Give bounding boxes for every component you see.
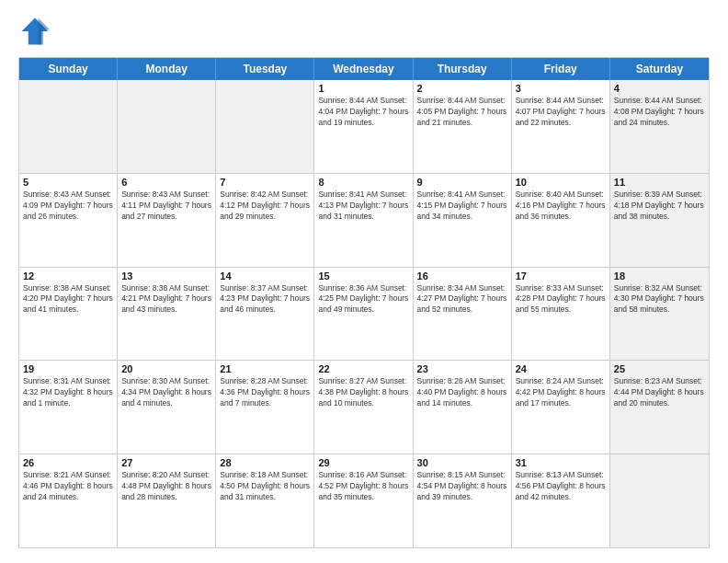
day-number: 17 bbox=[516, 270, 606, 282]
empty-cell bbox=[19, 80, 118, 173]
day-info: Sunrise: 8:37 AM Sunset: 4:23 PM Dayligh… bbox=[220, 283, 310, 316]
day-info: Sunrise: 8:31 AM Sunset: 4:32 PM Dayligh… bbox=[23, 376, 113, 409]
empty-cell bbox=[610, 454, 709, 547]
day-cell-7: 7Sunrise: 8:42 AM Sunset: 4:12 PM Daylig… bbox=[216, 174, 314, 267]
day-number: 13 bbox=[121, 270, 211, 282]
header-day-sunday: Sunday bbox=[19, 58, 118, 80]
calendar-week-5: 26Sunrise: 8:21 AM Sunset: 4:46 PM Dayli… bbox=[19, 454, 709, 547]
day-cell-15: 15Sunrise: 8:36 AM Sunset: 4:25 PM Dayli… bbox=[314, 268, 413, 361]
day-number: 8 bbox=[318, 177, 408, 188]
day-info: Sunrise: 8:27 AM Sunset: 4:38 PM Dayligh… bbox=[318, 376, 408, 409]
day-info: Sunrise: 8:36 AM Sunset: 4:25 PM Dayligh… bbox=[318, 283, 408, 316]
day-number: 10 bbox=[516, 177, 606, 188]
day-info: Sunrise: 8:26 AM Sunset: 4:40 PM Dayligh… bbox=[417, 376, 507, 409]
day-cell-14: 14Sunrise: 8:37 AM Sunset: 4:23 PM Dayli… bbox=[216, 268, 314, 361]
day-cell-22: 22Sunrise: 8:27 AM Sunset: 4:38 PM Dayli… bbox=[314, 361, 413, 454]
header bbox=[18, 15, 710, 48]
day-number: 27 bbox=[121, 457, 211, 468]
day-number: 5 bbox=[23, 177, 113, 188]
day-number: 9 bbox=[417, 177, 507, 188]
day-number: 29 bbox=[318, 457, 408, 468]
day-number: 15 bbox=[318, 270, 408, 282]
day-cell-29: 29Sunrise: 8:16 AM Sunset: 4:52 PM Dayli… bbox=[314, 454, 413, 547]
day-cell-13: 13Sunrise: 8:38 AM Sunset: 4:21 PM Dayli… bbox=[118, 268, 216, 361]
day-cell-25: 25Sunrise: 8:23 AM Sunset: 4:44 PM Dayli… bbox=[610, 361, 709, 454]
day-cell-31: 31Sunrise: 8:13 AM Sunset: 4:56 PM Dayli… bbox=[512, 454, 610, 547]
day-cell-18: 18Sunrise: 8:32 AM Sunset: 4:30 PM Dayli… bbox=[610, 268, 709, 361]
empty-cell bbox=[118, 80, 216, 173]
day-number: 30 bbox=[417, 457, 507, 468]
day-number: 12 bbox=[23, 270, 113, 282]
header-day-friday: Friday bbox=[512, 58, 610, 80]
day-cell-27: 27Sunrise: 8:20 AM Sunset: 4:48 PM Dayli… bbox=[118, 454, 216, 547]
day-number: 11 bbox=[614, 177, 705, 188]
day-info: Sunrise: 8:21 AM Sunset: 4:46 PM Dayligh… bbox=[23, 470, 113, 503]
day-info: Sunrise: 8:13 AM Sunset: 4:56 PM Dayligh… bbox=[516, 470, 606, 503]
day-cell-12: 12Sunrise: 8:38 AM Sunset: 4:20 PM Dayli… bbox=[19, 268, 118, 361]
day-info: Sunrise: 8:38 AM Sunset: 4:20 PM Dayligh… bbox=[23, 283, 113, 316]
day-number: 7 bbox=[220, 177, 310, 188]
day-info: Sunrise: 8:20 AM Sunset: 4:48 PM Dayligh… bbox=[121, 470, 211, 503]
day-cell-24: 24Sunrise: 8:24 AM Sunset: 4:42 PM Dayli… bbox=[512, 361, 610, 454]
day-info: Sunrise: 8:43 AM Sunset: 4:09 PM Dayligh… bbox=[23, 190, 113, 223]
day-info: Sunrise: 8:34 AM Sunset: 4:27 PM Dayligh… bbox=[417, 283, 507, 316]
day-info: Sunrise: 8:44 AM Sunset: 4:04 PM Dayligh… bbox=[318, 96, 408, 129]
day-cell-16: 16Sunrise: 8:34 AM Sunset: 4:27 PM Dayli… bbox=[414, 268, 512, 361]
calendar-week-4: 19Sunrise: 8:31 AM Sunset: 4:32 PM Dayli… bbox=[19, 360, 709, 454]
header-day-thursday: Thursday bbox=[414, 58, 512, 80]
day-info: Sunrise: 8:33 AM Sunset: 4:28 PM Dayligh… bbox=[516, 283, 606, 316]
day-number: 28 bbox=[220, 457, 310, 468]
header-day-monday: Monday bbox=[118, 58, 216, 80]
day-cell-8: 8Sunrise: 8:41 AM Sunset: 4:13 PM Daylig… bbox=[314, 174, 413, 267]
day-number: 4 bbox=[614, 83, 705, 94]
day-info: Sunrise: 8:16 AM Sunset: 4:52 PM Dayligh… bbox=[318, 470, 408, 503]
day-cell-19: 19Sunrise: 8:31 AM Sunset: 4:32 PM Dayli… bbox=[19, 361, 118, 454]
day-info: Sunrise: 8:42 AM Sunset: 4:12 PM Dayligh… bbox=[220, 190, 310, 223]
day-cell-9: 9Sunrise: 8:41 AM Sunset: 4:15 PM Daylig… bbox=[414, 174, 512, 267]
calendar-week-1: 1Sunrise: 8:44 AM Sunset: 4:04 PM Daylig… bbox=[19, 80, 709, 173]
day-cell-20: 20Sunrise: 8:30 AM Sunset: 4:34 PM Dayli… bbox=[118, 361, 216, 454]
calendar-week-3: 12Sunrise: 8:38 AM Sunset: 4:20 PM Dayli… bbox=[19, 267, 709, 361]
day-number: 14 bbox=[220, 270, 310, 282]
day-number: 25 bbox=[614, 363, 705, 374]
day-info: Sunrise: 8:18 AM Sunset: 4:50 PM Dayligh… bbox=[220, 470, 310, 503]
day-cell-23: 23Sunrise: 8:26 AM Sunset: 4:40 PM Dayli… bbox=[414, 361, 512, 454]
day-cell-11: 11Sunrise: 8:39 AM Sunset: 4:18 PM Dayli… bbox=[610, 174, 709, 267]
day-number: 16 bbox=[417, 270, 507, 282]
logo-icon bbox=[18, 15, 51, 48]
day-number: 19 bbox=[23, 363, 113, 374]
day-cell-6: 6Sunrise: 8:43 AM Sunset: 4:11 PM Daylig… bbox=[118, 174, 216, 267]
day-info: Sunrise: 8:40 AM Sunset: 4:16 PM Dayligh… bbox=[516, 190, 606, 223]
day-cell-5: 5Sunrise: 8:43 AM Sunset: 4:09 PM Daylig… bbox=[19, 174, 118, 267]
day-number: 26 bbox=[23, 457, 113, 468]
header-day-tuesday: Tuesday bbox=[216, 58, 314, 80]
day-number: 23 bbox=[417, 363, 507, 374]
empty-cell bbox=[216, 80, 314, 173]
header-day-saturday: Saturday bbox=[610, 58, 709, 80]
day-number: 2 bbox=[417, 83, 507, 94]
day-info: Sunrise: 8:44 AM Sunset: 4:08 PM Dayligh… bbox=[614, 96, 705, 129]
calendar-header: SundayMondayTuesdayWednesdayThursdayFrid… bbox=[19, 58, 709, 80]
svg-marker-0 bbox=[22, 18, 49, 45]
day-info: Sunrise: 8:43 AM Sunset: 4:11 PM Dayligh… bbox=[121, 190, 211, 223]
day-cell-17: 17Sunrise: 8:33 AM Sunset: 4:28 PM Dayli… bbox=[512, 268, 610, 361]
day-info: Sunrise: 8:24 AM Sunset: 4:42 PM Dayligh… bbox=[516, 376, 606, 409]
day-cell-26: 26Sunrise: 8:21 AM Sunset: 4:46 PM Dayli… bbox=[19, 454, 118, 547]
day-cell-30: 30Sunrise: 8:15 AM Sunset: 4:54 PM Dayli… bbox=[414, 454, 512, 547]
page: SundayMondayTuesdayWednesdayThursdayFrid… bbox=[0, 0, 728, 563]
day-cell-2: 2Sunrise: 8:44 AM Sunset: 4:05 PM Daylig… bbox=[414, 80, 512, 173]
header-day-wednesday: Wednesday bbox=[314, 58, 413, 80]
day-cell-21: 21Sunrise: 8:28 AM Sunset: 4:36 PM Dayli… bbox=[216, 361, 314, 454]
day-info: Sunrise: 8:44 AM Sunset: 4:07 PM Dayligh… bbox=[516, 96, 606, 129]
day-cell-28: 28Sunrise: 8:18 AM Sunset: 4:50 PM Dayli… bbox=[216, 454, 314, 547]
day-cell-3: 3Sunrise: 8:44 AM Sunset: 4:07 PM Daylig… bbox=[512, 80, 610, 173]
day-cell-1: 1Sunrise: 8:44 AM Sunset: 4:04 PM Daylig… bbox=[314, 80, 413, 173]
day-info: Sunrise: 8:32 AM Sunset: 4:30 PM Dayligh… bbox=[614, 283, 705, 316]
logo bbox=[18, 15, 57, 48]
day-number: 21 bbox=[220, 363, 310, 374]
day-number: 20 bbox=[121, 363, 211, 374]
day-cell-4: 4Sunrise: 8:44 AM Sunset: 4:08 PM Daylig… bbox=[610, 80, 709, 173]
day-number: 18 bbox=[614, 270, 705, 282]
day-info: Sunrise: 8:44 AM Sunset: 4:05 PM Dayligh… bbox=[417, 96, 507, 129]
calendar-week-2: 5Sunrise: 8:43 AM Sunset: 4:09 PM Daylig… bbox=[19, 173, 709, 267]
